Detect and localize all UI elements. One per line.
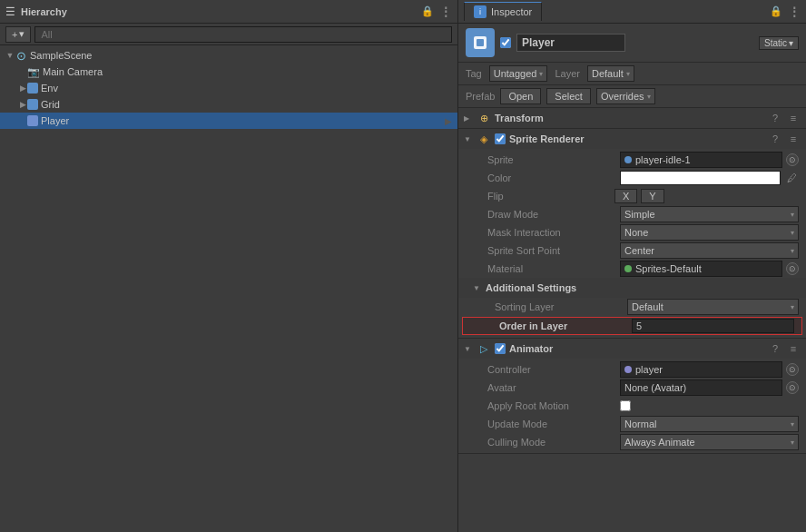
hierarchy-title: Hierarchy bbox=[21, 6, 416, 17]
sprite-prop: Sprite player-idle-1 ⊙ bbox=[458, 151, 806, 169]
animator-header[interactable]: ▼ ▷ Animator ? ≡ bbox=[458, 339, 806, 359]
avatar-value: None (Avatar) ⊙ bbox=[620, 379, 799, 396]
hierarchy-lock-icon[interactable]: 🔒 bbox=[421, 5, 434, 17]
grid-expand-arrow[interactable]: ▶ bbox=[18, 100, 27, 109]
update-mode-label: Update Mode bbox=[487, 419, 614, 429]
add-button[interactable]: + ▾ bbox=[5, 26, 31, 43]
env-expand-arrow[interactable]: ▶ bbox=[18, 84, 27, 93]
scene-expand-arrow[interactable]: ▼ bbox=[5, 51, 15, 60]
sprite-dot bbox=[624, 156, 632, 163]
layer-dropdown-arrow: ▾ bbox=[626, 70, 630, 78]
eyedropper-btn[interactable]: 🖊 bbox=[784, 171, 799, 185]
sorting-layer-prop: Sorting Layer Default ▾ bbox=[458, 298, 806, 316]
update-mode-arrow: ▾ bbox=[791, 420, 794, 429]
sprite-renderer-help-btn[interactable]: ? bbox=[768, 132, 782, 146]
draw-mode-label: Draw Mode bbox=[487, 209, 614, 220]
sprite-value: player-idle-1 ⊙ bbox=[620, 152, 799, 168]
tag-dropdown[interactable]: Untagged ▾ bbox=[489, 65, 548, 82]
prefab-select-button[interactable]: Select bbox=[546, 88, 591, 104]
additional-settings-header[interactable]: ▼ Additional Settings bbox=[458, 278, 806, 298]
transform-arrow: ▶ bbox=[464, 114, 473, 123]
sprite-object[interactable]: player-idle-1 bbox=[620, 152, 782, 168]
hierarchy-icon: ☰ bbox=[5, 5, 15, 18]
scene-label: SampleScene bbox=[30, 50, 93, 61]
prefab-row: Prefab Open Select Overrides ▾ bbox=[458, 85, 806, 108]
mask-interaction-dropdown[interactable]: None ▾ bbox=[620, 224, 799, 241]
avatar-select-btn[interactable]: ⊙ bbox=[786, 381, 799, 394]
controller-select-btn[interactable]: ⊙ bbox=[786, 363, 799, 376]
sprite-renderer-header[interactable]: ▼ ◈ Sprite Renderer ? ≡ bbox=[458, 129, 806, 149]
controller-object[interactable]: player bbox=[620, 361, 782, 378]
order-in-layer-input[interactable] bbox=[632, 319, 794, 333]
tree-item-main-camera[interactable]: ▶ 📷 Main Camera bbox=[0, 64, 457, 80]
order-in-layer-label: Order in Layer bbox=[499, 320, 626, 331]
material-select-btn[interactable]: ⊙ bbox=[786, 262, 799, 275]
gameobject-name-input[interactable] bbox=[516, 34, 625, 52]
gameobject-icon bbox=[466, 28, 495, 57]
player-expand-arrow: ▶ bbox=[18, 116, 27, 125]
overrides-dropdown[interactable]: Overrides ▾ bbox=[596, 88, 655, 104]
culling-mode-arrow: ▾ bbox=[791, 438, 794, 447]
material-object[interactable]: Sprites-Default bbox=[620, 261, 782, 277]
color-value: 🖊 bbox=[620, 171, 799, 185]
tree-item-player[interactable]: ▶ Player ▶ bbox=[0, 113, 457, 129]
apply-root-motion-checkbox[interactable] bbox=[620, 400, 631, 411]
transform-icon: ⊕ bbox=[477, 111, 491, 125]
sprite-renderer-active-checkbox[interactable] bbox=[495, 133, 506, 144]
transform-header[interactable]: ▶ ⊕ Transform ? ≡ bbox=[458, 108, 806, 128]
apply-root-motion-value bbox=[620, 400, 799, 411]
culling-mode-dropdown[interactable]: Always Animate ▾ bbox=[620, 434, 799, 450]
animator-section: ▼ ▷ Animator ? ≡ Controller player bbox=[458, 339, 806, 454]
color-swatch[interactable] bbox=[620, 171, 781, 185]
draw-mode-prop: Draw Mode Simple ▾ bbox=[458, 205, 806, 223]
transform-help-btn[interactable]: ? bbox=[768, 111, 782, 125]
tree-item-grid[interactable]: ▶ Grid bbox=[0, 96, 457, 113]
search-input[interactable] bbox=[34, 26, 452, 43]
sorting-layer-dropdown[interactable]: Default ▾ bbox=[627, 299, 799, 315]
draw-mode-arrow: ▾ bbox=[791, 211, 794, 219]
update-mode-dropdown[interactable]: Normal ▾ bbox=[620, 416, 799, 432]
prefab-open-button[interactable]: Open bbox=[500, 88, 541, 104]
flip-x-button[interactable]: X bbox=[614, 189, 637, 203]
additional-settings-arrow: ▼ bbox=[473, 284, 482, 292]
inspector-lock-icon[interactable]: 🔒 bbox=[770, 5, 782, 17]
hierarchy-tree: ▼ ⊙ SampleScene ⋮ ▶ 📷 Main Camera ▶ Env … bbox=[0, 45, 457, 532]
sprite-select-btn[interactable]: ⊙ bbox=[786, 153, 799, 166]
animator-help-btn[interactable]: ? bbox=[768, 341, 782, 356]
flip-label: Flip bbox=[487, 191, 614, 202]
player-icon bbox=[27, 115, 38, 126]
animator-settings-btn[interactable]: ≡ bbox=[786, 341, 801, 356]
animator-active-checkbox[interactable] bbox=[495, 343, 506, 354]
sprite-sort-point-dropdown[interactable]: Center ▾ bbox=[620, 242, 799, 259]
gameobject-active-checkbox[interactable] bbox=[500, 37, 511, 48]
additional-settings-title: Additional Settings bbox=[486, 282, 799, 293]
camera-expand-arrow: ▶ bbox=[18, 67, 27, 76]
animator-arrow: ▼ bbox=[464, 345, 473, 353]
sprite-renderer-section: ▼ ◈ Sprite Renderer ? ≡ Sprite play bbox=[458, 129, 806, 339]
hierarchy-more-icon[interactable]: ⋮ bbox=[439, 5, 452, 19]
transform-settings-btn[interactable]: ≡ bbox=[786, 111, 801, 125]
controller-prop: Controller player ⊙ bbox=[458, 360, 806, 379]
static-button[interactable]: Static ▾ bbox=[759, 36, 799, 50]
camera-label: Main Camera bbox=[43, 66, 103, 77]
inspector-tab[interactable]: i Inspector bbox=[464, 2, 542, 21]
apply-root-motion-prop: Apply Root Motion bbox=[458, 397, 806, 415]
flip-buttons: X Y bbox=[614, 189, 664, 203]
gameobject-header: Static ▾ bbox=[458, 24, 806, 63]
tree-item-env[interactable]: ▶ Env bbox=[0, 80, 457, 96]
sprite-renderer-icon: ◈ bbox=[477, 132, 491, 146]
inspector-body: Static ▾ Tag Untagged ▾ Layer Default ▾ bbox=[458, 24, 806, 532]
inspector-more-icon[interactable]: ⋮ bbox=[788, 5, 801, 19]
draw-mode-dropdown[interactable]: Simple ▾ bbox=[620, 206, 799, 222]
player-label: Player bbox=[41, 115, 69, 126]
avatar-label: Avatar bbox=[487, 382, 614, 393]
inspector-header: i Inspector 🔒 ⋮ bbox=[458, 0, 806, 24]
sprite-renderer-settings-btn[interactable]: ≡ bbox=[786, 132, 801, 146]
layer-dropdown[interactable]: Default ▾ bbox=[587, 65, 634, 82]
tree-item-scene[interactable]: ▼ ⊙ SampleScene ⋮ bbox=[0, 47, 457, 64]
avatar-object[interactable]: None (Avatar) bbox=[620, 379, 782, 396]
flip-y-button[interactable]: Y bbox=[641, 189, 663, 203]
hierarchy-toolbar: + ▾ bbox=[0, 24, 457, 45]
mask-interaction-label: Mask Interaction bbox=[487, 227, 614, 238]
grid-label: Grid bbox=[41, 99, 60, 110]
